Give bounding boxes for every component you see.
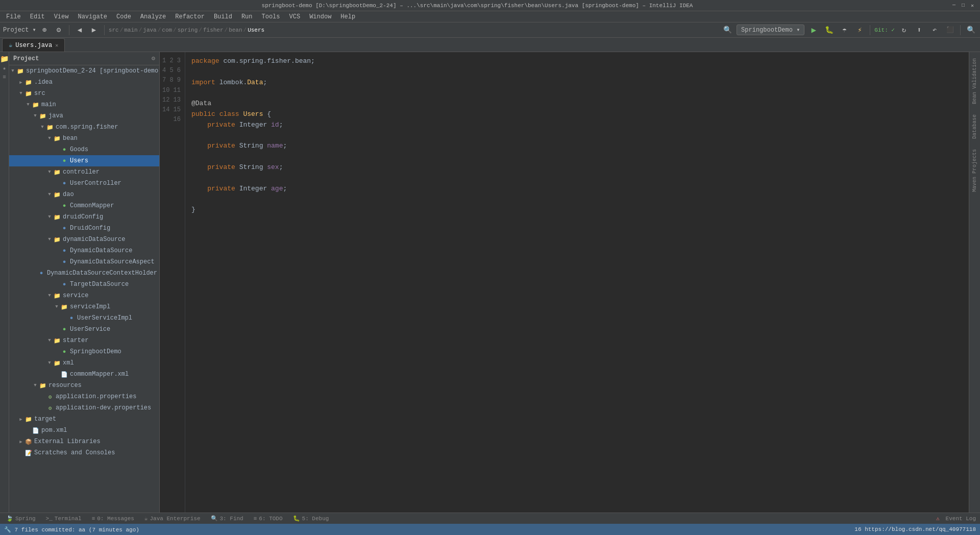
menu-item-vcs[interactable]: VCS	[285, 12, 305, 21]
tree-item[interactable]: ●SpringbootDemo	[9, 346, 159, 357]
vcs-update-button[interactable]: ↻	[898, 24, 910, 36]
tree-item[interactable]: ▼📁druidConfig	[9, 211, 159, 223]
tree-item[interactable]: ▶📁.idea	[9, 77, 159, 88]
bottom-tab-javaee[interactable]: ☕ Java Enterprise	[142, 514, 203, 523]
menu-item-code[interactable]: Code	[112, 12, 135, 21]
breadcrumb-com[interactable]: com	[162, 27, 172, 33]
bottom-tab-messages[interactable]: ≡ 0: Messages	[90, 515, 136, 523]
search-everywhere-button[interactable]: 🔍	[721, 24, 733, 36]
tree-item[interactable]: ●Users	[9, 155, 159, 166]
breadcrumb-main[interactable]: main	[124, 27, 137, 33]
tree-item[interactable]: ▶📦External Libraries	[9, 436, 159, 447]
tree-item[interactable]: 📄pom.xml	[9, 425, 159, 436]
tree-item[interactable]: ●Goods	[9, 144, 159, 155]
tree-item[interactable]: ●DynamicDataSourceContextHolder	[9, 268, 159, 279]
tree-item[interactable]: ⚙application.properties	[9, 391, 159, 402]
menu-item-help[interactable]: Help	[336, 12, 359, 21]
tree-item[interactable]: ▼📁dynamicDataSource	[9, 234, 159, 245]
menu-item-navigate[interactable]: Navigate	[74, 12, 111, 21]
breadcrumb-spring[interactable]: spring	[178, 27, 198, 33]
menu-item-build[interactable]: Build	[210, 12, 236, 21]
debug-button[interactable]: 🐛	[823, 24, 835, 36]
menu-item-tools[interactable]: Tools	[258, 12, 284, 21]
panel-settings-icon[interactable]: ⚙	[152, 55, 155, 62]
tree-item[interactable]: ▼📁resources	[9, 380, 159, 391]
tree-item-label: UserServiceImpl	[77, 314, 132, 322]
breadcrumb-users[interactable]: Users	[248, 27, 264, 33]
tree-item[interactable]: ▼📁main	[9, 99, 159, 110]
tree-item-label: DynamicDataSourceContextHolder	[47, 270, 157, 277]
right-tab-build-validation[interactable]: Bean Validation	[971, 54, 978, 108]
menu-item-run[interactable]: Run	[237, 12, 257, 21]
tree-item[interactable]: ●UserService	[9, 324, 159, 335]
close-button[interactable]: ✕	[969, 2, 976, 9]
menu-item-analyze[interactable]: Analyze	[136, 12, 170, 21]
breadcrumb-bean[interactable]: bean	[229, 27, 242, 33]
breadcrumb-src[interactable]: src	[109, 27, 119, 33]
tree-item[interactable]: ▼📁starter	[9, 335, 159, 346]
menu-item-file[interactable]: File	[2, 12, 25, 21]
forward-button[interactable]: ▶	[88, 24, 100, 36]
right-tab-maven[interactable]: Maven Projects	[971, 145, 978, 196]
bottom-tab-spring[interactable]: 🍃 Spring	[4, 514, 38, 523]
menu-item-edit[interactable]: Edit	[26, 12, 49, 21]
tree-item[interactable]: ●DynamicDataSourceAspect	[9, 256, 159, 268]
code-content[interactable]: package com.spring.fisher.bean; import l…	[185, 52, 969, 513]
toolbar: Project ▾ ⊕ ⚙ ◀ ▶ src / main / java / co…	[0, 22, 980, 38]
undo-button[interactable]: ↶	[928, 24, 941, 36]
expand-all-button[interactable]: ⊕	[38, 24, 51, 36]
run-button[interactable]: ▶	[807, 24, 820, 36]
vcs-status: Git: ✓	[874, 27, 895, 33]
tree-item[interactable]: 📝Scratches and Consoles	[9, 447, 159, 458]
tree-item[interactable]: ▼📁src	[9, 88, 159, 99]
tree-item[interactable]: ▶📁target	[9, 414, 159, 425]
menu-item-view[interactable]: View	[50, 12, 73, 21]
bottom-tab-debug[interactable]: 🐛 5: Debug	[291, 514, 331, 523]
project-dropdown[interactable]: Project ▾	[3, 26, 36, 34]
left-icon-structure[interactable]: ≡	[0, 72, 9, 82]
project-tree[interactable]: ▼📁springbootDemo_2-24 [springboot-demo] …	[9, 65, 159, 513]
tree-item[interactable]: ●DynamicDataSource	[9, 245, 159, 256]
tree-item[interactable]: ▼📁serviceImpl	[9, 301, 159, 312]
tree-item[interactable]: ●UserServiceImpl	[9, 312, 159, 324]
tree-item[interactable]: ▼📁dao	[9, 189, 159, 200]
maximize-button[interactable]: □	[960, 2, 967, 9]
left-icon-project[interactable]: 📁	[0, 54, 9, 63]
breadcrumb-java[interactable]: java	[143, 27, 156, 33]
tree-item[interactable]: ▼📁controller	[9, 166, 159, 178]
event-log-button[interactable]: ⚠	[936, 515, 940, 522]
left-icon-bookmark[interactable]: ★	[0, 63, 9, 72]
tree-item-label: starter	[63, 337, 88, 344]
build-button[interactable]: ⚡	[853, 24, 866, 36]
breadcrumb-fisher[interactable]: fisher	[203, 27, 224, 33]
tree-item[interactable]: ●UserController	[9, 178, 159, 189]
tree-item[interactable]: ●CommonMapper	[9, 200, 159, 211]
tree-item[interactable]: ▼📁springbootDemo_2-24 [springboot-demo] …	[9, 65, 159, 77]
bottom-tab-todo[interactable]: ≡ 6: TODO	[252, 515, 285, 523]
tree-item[interactable]: 📄commomMapper.xml	[9, 369, 159, 380]
bottom-tab-find[interactable]: 🔍 3: Find	[209, 514, 246, 523]
tab-close-button[interactable]: ✕	[55, 42, 58, 48]
bottom-tab-terminal[interactable]: >_ Terminal	[44, 515, 84, 523]
run-config-dropdown[interactable]: SpringbootDemo ▾	[737, 25, 804, 35]
menu-item-refactor[interactable]: Refactor	[171, 12, 209, 21]
redo-button[interactable]: ⬛	[944, 24, 956, 36]
find-button[interactable]: 🔍	[965, 24, 977, 36]
tab-users-java[interactable]: ☕ Users.java ✕	[2, 38, 65, 52]
event-log-label[interactable]: Event Log	[946, 516, 976, 522]
tree-item[interactable]: ⚙application-dev.properties	[9, 402, 159, 414]
tree-item[interactable]: ▼📁bean	[9, 133, 159, 144]
tree-item[interactable]: ●TargetDataSource	[9, 279, 159, 290]
coverage-button[interactable]: ☂	[838, 24, 850, 36]
right-tab-database[interactable]: Database	[971, 110, 978, 143]
settings-button[interactable]: ⚙	[53, 24, 65, 36]
tree-item[interactable]: ▼📁xml	[9, 357, 159, 369]
vcs-push-button[interactable]: ⬆	[913, 24, 925, 36]
menu-item-window[interactable]: Window	[305, 12, 335, 21]
tree-item[interactable]: ●DruidConfig	[9, 223, 159, 234]
tree-item[interactable]: ▼📁com.spring.fisher	[9, 121, 159, 133]
minimize-button[interactable]: ─	[950, 2, 958, 9]
tree-item[interactable]: ▼📁java	[9, 110, 159, 121]
tree-item[interactable]: ▼📁service	[9, 290, 159, 301]
back-button[interactable]: ◀	[74, 24, 86, 36]
